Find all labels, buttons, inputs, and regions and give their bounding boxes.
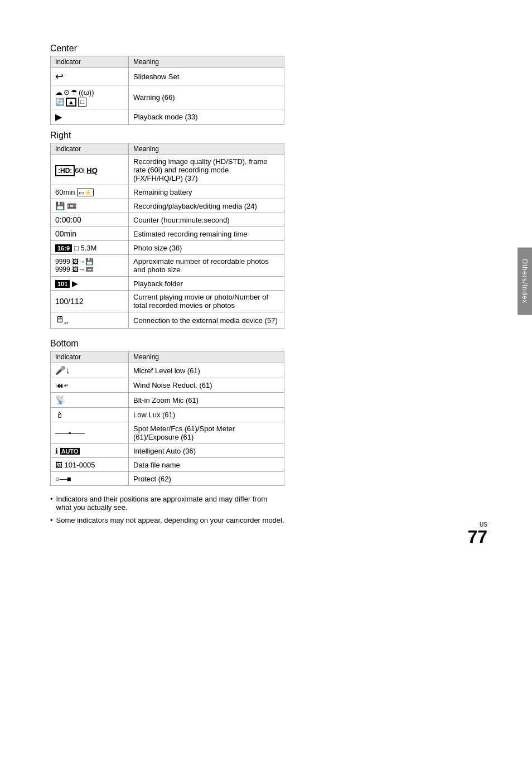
- right-row1-meaning: Recording image quality (HD/STD), frame …: [129, 155, 284, 185]
- right-row8-indicator: 101 ▶: [51, 277, 129, 291]
- table-row: 00min Estimated recording remaining time: [51, 227, 284, 241]
- bottom-row5-meaning: Spot Meter/Fcs (61)/Spot Meter (61)/Expo…: [129, 422, 284, 444]
- table-row: 9999 🖼→💾 9999 🖼→📼 Approximate number of …: [51, 255, 284, 277]
- warning-icons-row2: 🔄 ▲ □: [55, 98, 124, 107]
- warning-icons: ☁ ⊙ ☂ ((ω)): [55, 88, 94, 97]
- hq-icon: HQ: [86, 166, 98, 175]
- right-row4-meaning: Counter (hour:minute:second): [129, 213, 284, 227]
- bottom-row8-meaning: Protect (62): [129, 472, 284, 486]
- center-table: Indicator Meaning ↩ Slideshow Set ☁ ⊙ ☂ …: [50, 56, 284, 125]
- table-row: ○—■ Protect (62): [51, 472, 284, 486]
- bottom-row8-indicator: ○—■: [51, 472, 129, 486]
- right-row4-indicator: 0:00:00: [51, 213, 129, 227]
- right-table: Indicator Meaning :HD:60i HQ Recording i…: [50, 143, 284, 329]
- center-row2-indicator: ☁ ⊙ ☂ ((ω)) 🔄 ▲ □: [51, 85, 129, 109]
- table-row: 📡 Blt-in Zoom Mic (61): [51, 393, 284, 408]
- center-section-title: Center: [50, 44, 487, 54]
- table-row: 🖼 101-0005 Data file name: [51, 458, 284, 472]
- center-row2-meaning: Warning (66): [129, 85, 284, 109]
- right-row8-meaning: Playback folder: [129, 277, 284, 291]
- bottom-row6-meaning: Intelligent Auto (36): [129, 444, 284, 458]
- folder-icon: 101: [55, 280, 70, 288]
- play-icon: ▶: [55, 112, 62, 122]
- zoom-mic-icon: 📡: [55, 395, 66, 404]
- footnote-2-text: Some indicators may not appear, dependin…: [56, 516, 284, 524]
- bottom-row7-indicator: 🖼 101-0005: [51, 458, 129, 472]
- table-row: 🎤↓ Micref Level low (61): [51, 363, 284, 378]
- table-row: ☁ ⊙ ☂ ((ω)) 🔄 ▲ □ Warning (66): [51, 85, 284, 109]
- table-row: :HD:60i HQ Recording image quality (HD/S…: [51, 155, 284, 185]
- page-number-area: US 77: [467, 522, 487, 546]
- media-icon: 💾 📼: [55, 201, 76, 210]
- bottom-header-indicator: Indicator: [51, 351, 129, 363]
- wind-noise-icon: ⏮↩: [55, 380, 68, 390]
- bottom-row1-indicator: 🎤↓: [51, 363, 129, 378]
- footnotes: • Indicators and their positions are app…: [50, 495, 284, 524]
- counter-fraction: 100/112: [55, 297, 84, 306]
- remaining-time-icon: 00min: [55, 229, 76, 238]
- low-lux-icon: 🕯: [55, 410, 64, 420]
- center-row3-meaning: Playback mode (33): [129, 109, 284, 125]
- bottom-row7-meaning: Data file name: [129, 458, 284, 472]
- bottom-table: Indicator Meaning 🎤↓ Micref Level low (6…: [50, 351, 284, 486]
- table-row: ℹ AUTO Intelligent Auto (36): [51, 444, 284, 458]
- right-row10-meaning: Connection to the external media device …: [129, 312, 284, 329]
- table-row: 💾 📼 Recording/playback/editing media (24…: [51, 199, 284, 213]
- right-row9-meaning: Current playing movie or photo/Number of…: [129, 291, 284, 312]
- footnote-1-text: Indicators and their positions are appro…: [56, 495, 284, 512]
- right-row5-meaning: Estimated recording remaining time: [129, 227, 284, 241]
- right-row7-indicator: 9999 🖼→💾 9999 🖼→📼: [51, 255, 129, 277]
- right-section-title: Right: [50, 131, 487, 141]
- hd-icon: :HD:: [55, 165, 75, 176]
- bottom-row4-meaning: Low Lux (61): [129, 408, 284, 422]
- right-header-indicator: Indicator: [51, 143, 129, 155]
- page: Center Indicator Meaning ↩ Slideshow Set…: [0, 0, 532, 562]
- counter-icon: 0:00:00: [55, 215, 81, 224]
- bottom-row4-indicator: 🕯: [51, 408, 129, 422]
- center-header-meaning: Meaning: [129, 56, 284, 68]
- table-row: 100/112 Current playing movie or photo/N…: [51, 291, 284, 312]
- right-row5-indicator: 00min: [51, 227, 129, 241]
- table-row: 101 ▶ Playback folder: [51, 277, 284, 291]
- bottom-row5-indicator: ——•——: [51, 422, 129, 444]
- external-media-icon: 🖥↩: [55, 315, 69, 324]
- table-row: 0:00:00 Counter (hour:minute:second): [51, 213, 284, 227]
- center-row3-indicator: ▶: [51, 109, 129, 125]
- bottom-row6-indicator: ℹ AUTO: [51, 444, 129, 458]
- bullet-2: •: [50, 516, 53, 524]
- sidebar-tab: Others/Index: [518, 248, 532, 315]
- right-row3-meaning: Recording/playback/editing media (24): [129, 199, 284, 213]
- bottom-row2-meaning: Wind Noise Reduct. (61): [129, 378, 284, 393]
- bottom-row2-indicator: ⏮↩: [51, 378, 129, 393]
- bottom-row3-meaning: Blt-in Zoom Mic (61): [129, 393, 284, 408]
- center-row1-indicator: ↩: [51, 68, 129, 85]
- right-row9-indicator: 100/112: [51, 291, 129, 312]
- page-number: 77: [467, 527, 487, 547]
- right-row1-indicator: :HD:60i HQ: [51, 155, 129, 185]
- right-row7-meaning: Approximate number of recordable photos …: [129, 255, 284, 277]
- table-row: ▶ Playback mode (33): [51, 109, 284, 125]
- bottom-header-meaning: Meaning: [129, 351, 284, 363]
- table-row: 🖥↩ Connection to the external media devi…: [51, 312, 284, 329]
- table-row: ↩ Slideshow Set: [51, 68, 284, 85]
- right-header-meaning: Meaning: [129, 143, 284, 155]
- footnote-1: • Indicators and their positions are app…: [50, 495, 284, 512]
- right-row2-meaning: Remaining battery: [129, 185, 284, 199]
- ratio-icon: 16:9: [55, 244, 72, 252]
- footnote-2: • Some indicators may not appear, depend…: [50, 516, 284, 524]
- table-row: ——•—— Spot Meter/Fcs (61)/Spot Meter (61…: [51, 422, 284, 444]
- center-header-indicator: Indicator: [51, 56, 129, 68]
- table-row: ⏮↩ Wind Noise Reduct. (61): [51, 378, 284, 393]
- data-file-icon: 🖼 101-0005: [55, 461, 95, 469]
- right-row6-indicator: 16:9 □ 5.3M: [51, 241, 129, 255]
- bottom-section-title: Bottom: [50, 339, 487, 349]
- bottom-row3-indicator: 📡: [51, 393, 129, 408]
- table-row: 🕯 Low Lux (61): [51, 408, 284, 422]
- center-row1-meaning: Slideshow Set: [129, 68, 284, 85]
- right-row3-indicator: 💾 📼: [51, 199, 129, 213]
- protect-icon: ○—■: [55, 475, 71, 483]
- bullet-1: •: [50, 495, 53, 503]
- intelligent-auto-icon: ℹ AUTO: [55, 447, 80, 455]
- battery-indicator: 60min ▭⚡: [55, 188, 94, 196]
- right-row2-indicator: 60min ▭⚡: [51, 185, 129, 199]
